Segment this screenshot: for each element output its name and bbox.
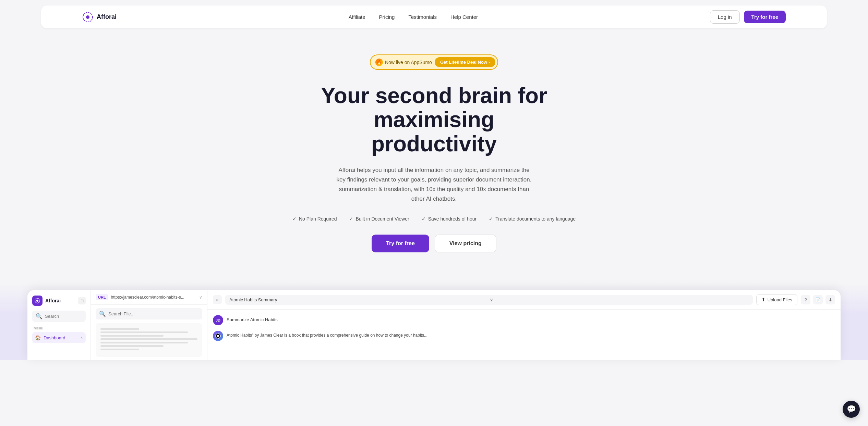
sidebar-app-icon <box>34 298 40 304</box>
sidebar-search-icon: 🔍 <box>36 313 43 320</box>
ai-message-text: Atomic Habits" by James Clear is a book … <box>227 331 427 339</box>
try-free-hero-button[interactable]: Try for free <box>372 235 429 252</box>
sidebar-logo-inner: Afforai <box>32 296 61 306</box>
check-icon-4: ✓ <box>489 216 493 222</box>
chat-messages: JD Summarize Atomic Habits Atomic Habits… <box>207 310 841 360</box>
app-preview-wrap: Afforai ⊟ 🔍 Menu 🏠 Dashboard ∧ URL h <box>0 283 868 360</box>
doc-line-7 <box>100 349 139 350</box>
hero-title: Your second brain for maximising product… <box>314 84 554 156</box>
feature-item-1: ✓ No Plan Required <box>292 216 337 222</box>
url-bar: URL https://jamesclear.com/atomic-habits… <box>91 290 207 305</box>
appsumo-banner[interactable]: 🔥 Now live on AppSumo Get Lifetime Deal … <box>370 54 498 70</box>
doc-thumb-lines <box>96 325 202 355</box>
chat-widget[interactable]: 💬 <box>843 401 860 418</box>
appsumo-badge: 🔥 Now live on AppSumo <box>375 59 432 66</box>
feature-item-2: ✓ Built in Document Viewer <box>349 216 409 222</box>
appsumo-cta-button[interactable]: Get Lifetime Deal Now › <box>435 57 495 67</box>
chat-back-button[interactable]: « <box>213 295 222 304</box>
document-thumbnail <box>96 323 202 357</box>
sidebar-logo-text: Afforai <box>45 298 61 303</box>
help-icon[interactable]: ? <box>801 295 810 304</box>
sidebar-logo-icon <box>32 296 43 306</box>
nav-testimonials[interactable]: Testimonials <box>408 14 437 20</box>
feature-label-1: No Plan Required <box>299 216 337 222</box>
feature-label-4: Translate documents to any language <box>495 216 576 222</box>
nav-affiliate[interactable]: Affiliate <box>349 14 365 20</box>
sidebar-search[interactable]: 🔍 <box>32 311 86 322</box>
feature-checks: ✓ No Plan Required ✓ Built in Document V… <box>7 216 861 222</box>
download-icon[interactable]: ⬇ <box>825 295 835 304</box>
chat-topbar: « Atomic Habits Summary ∨ ⬆ Upload Files… <box>207 290 841 310</box>
doc-line-1 <box>100 328 139 330</box>
file-search-icon: 🔍 <box>99 311 106 317</box>
sidebar-menu-item-dashboard[interactable]: 🏠 Dashboard ∧ <box>32 332 86 343</box>
url-value: https://jamesclear.com/atomic-habits-s..… <box>111 295 196 300</box>
check-icon-1: ✓ <box>292 216 297 222</box>
doc-line-4 <box>100 338 197 340</box>
ai-avatar <box>213 331 223 341</box>
hero-section: 🔥 Now live on AppSumo Get Lifetime Deal … <box>0 34 868 283</box>
sidebar-dashboard-label: Dashboard <box>44 335 65 340</box>
svg-point-3 <box>36 300 38 302</box>
doc-line-6 <box>100 345 164 347</box>
svg-point-1 <box>86 15 89 19</box>
ai-avatar-icon <box>215 333 221 339</box>
upload-files-button[interactable]: ⬆ Upload Files <box>756 294 797 305</box>
svg-point-5 <box>217 335 219 337</box>
sidebar-search-input[interactable] <box>45 314 82 319</box>
chat-doc-name: Atomic Habits Summary <box>229 297 488 302</box>
view-pricing-button[interactable]: View pricing <box>435 235 496 252</box>
hero-title-line2: maximising productivity <box>371 107 497 156</box>
chat-widget-icon: 💬 <box>847 405 856 414</box>
nav-links: Affiliate Pricing Testimonials Help Cent… <box>349 14 478 20</box>
doc-line-5 <box>100 342 188 343</box>
hero-subtitle: Afforai helps you input all the informat… <box>335 165 533 204</box>
sidebar-menu-chevron: ∧ <box>80 336 83 340</box>
logo-text: Afforai <box>97 13 117 21</box>
sidebar-menu-item-dashboard-left: 🏠 Dashboard <box>35 335 65 340</box>
navbar: Afforai Affiliate Pricing Testimonials H… <box>41 5 827 28</box>
check-icon-2: ✓ <box>349 216 353 222</box>
ai-message: Atomic Habits" by James Clear is a book … <box>213 331 835 341</box>
file-search-input[interactable] <box>108 311 199 316</box>
url-badge: URL <box>96 294 108 300</box>
sidebar-collapse-button[interactable]: ⊟ <box>78 297 86 304</box>
app-preview: Afforai ⊟ 🔍 Menu 🏠 Dashboard ∧ URL h <box>27 290 841 360</box>
fire-icon: 🔥 <box>375 59 383 66</box>
feature-item-3: ✓ Save hundreds of hour <box>422 216 477 222</box>
nav-actions: Log in Try for free <box>710 10 786 24</box>
file-search[interactable]: 🔍 <box>96 308 202 320</box>
nav-help[interactable]: Help Center <box>450 14 478 20</box>
hero-title-line1: Your second brain for <box>321 83 547 108</box>
user-message: JD Summarize Atomic Habits <box>213 315 835 325</box>
doc-line-2 <box>100 331 188 333</box>
chat-doc-chevron-icon: ∨ <box>490 297 748 302</box>
login-button[interactable]: Log in <box>710 10 740 24</box>
feature-item-4: ✓ Translate documents to any language <box>489 216 576 222</box>
nav-pricing[interactable]: Pricing <box>379 14 395 20</box>
user-message-text: Summarize Atomic Habits <box>227 315 278 322</box>
logo-icon <box>82 12 93 23</box>
logo[interactable]: Afforai <box>82 12 117 23</box>
chat-action-icons: ? 📄 ⬇ <box>801 295 835 304</box>
doc-line-3 <box>100 335 164 337</box>
app-chat-panel: « Atomic Habits Summary ∨ ⬆ Upload Files… <box>207 290 841 360</box>
upload-label: Upload Files <box>768 297 792 302</box>
sidebar-logo: Afforai ⊟ <box>32 296 86 306</box>
document-icon[interactable]: 📄 <box>813 295 823 304</box>
chat-doc-selector[interactable]: Atomic Habits Summary ∨ <box>225 295 753 305</box>
hero-buttons: Try for free View pricing <box>7 235 861 252</box>
appsumo-live-text: Now live on AppSumo <box>385 60 432 65</box>
check-icon-3: ✓ <box>422 216 426 222</box>
sidebar-menu-label: Menu <box>32 326 86 330</box>
url-chevron-icon: ∨ <box>199 295 202 300</box>
feature-label-2: Built in Document Viewer <box>355 216 409 222</box>
feature-label-3: Save hundreds of hour <box>428 216 477 222</box>
try-free-nav-button[interactable]: Try for free <box>744 11 786 23</box>
upload-icon: ⬆ <box>761 297 765 302</box>
user-avatar: JD <box>213 315 223 325</box>
app-file-panel: URL https://jamesclear.com/atomic-habits… <box>91 290 207 360</box>
app-sidebar: Afforai ⊟ 🔍 Menu 🏠 Dashboard ∧ <box>27 290 91 360</box>
home-icon: 🏠 <box>35 335 41 340</box>
